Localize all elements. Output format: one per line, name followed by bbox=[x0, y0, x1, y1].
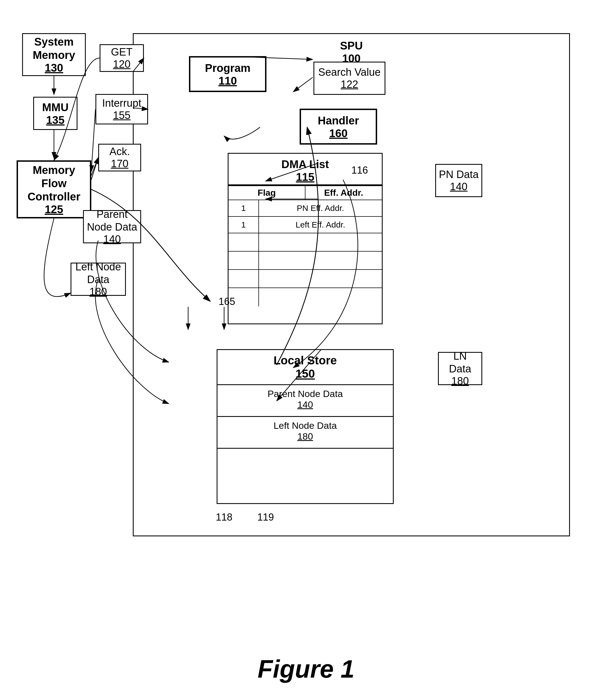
spu-box: SPU 100 Program 110 Search Value 122 Han… bbox=[133, 33, 570, 536]
search-value-label: Search Value bbox=[318, 66, 380, 79]
svg-line-4 bbox=[91, 109, 95, 171]
dma-cell-flag-2 bbox=[228, 233, 259, 251]
lnd-left-box: Left Node Data 180 bbox=[71, 263, 126, 296]
dma-table-header: Flag Eff. Addr. bbox=[228, 185, 382, 200]
ls-lnd-number: 180 bbox=[220, 431, 391, 442]
ack-label: Ack. bbox=[110, 145, 130, 158]
local-store-number: 150 bbox=[218, 367, 393, 381]
system-memory-label: System Memory bbox=[26, 35, 82, 62]
diagram-area: SPU 100 Program 110 Search Value 122 Han… bbox=[17, 17, 595, 625]
dma-col-flag: Flag bbox=[228, 186, 305, 200]
dma-row-3 bbox=[228, 252, 382, 270]
ls-section-0: Parent Node Data 140 bbox=[218, 384, 393, 413]
local-store-box: Local Store 150 Parent Node Data 140 Lef… bbox=[217, 349, 394, 504]
lnd-left-label: Left Node Data bbox=[74, 261, 122, 286]
program-number: 110 bbox=[219, 75, 237, 87]
spu-label: SPU bbox=[340, 40, 363, 52]
interrupt-box: Interrupt 155 bbox=[95, 94, 148, 125]
dma-cell-addr-5 bbox=[259, 288, 382, 306]
dma-row-0: 1 PN Eff. Addr. bbox=[228, 200, 382, 217]
lnd-left-number: 180 bbox=[89, 286, 107, 298]
ln-data-right-number: 180 bbox=[451, 375, 469, 387]
ls-pnd-number: 140 bbox=[220, 399, 391, 410]
pnd-left-number: 140 bbox=[103, 233, 121, 245]
search-value-box: Search Value 122 bbox=[314, 62, 386, 95]
pnd-left-label: Parent Node Data bbox=[87, 208, 138, 233]
ls-section-2 bbox=[218, 448, 393, 503]
label-118: 118 bbox=[216, 512, 233, 523]
interrupt-label: Interrupt bbox=[102, 97, 141, 110]
mmu-label: MMU bbox=[42, 101, 69, 114]
interrupt-number: 155 bbox=[113, 110, 130, 122]
pn-data-right-label: PN Data bbox=[439, 168, 479, 181]
ls-pnd-label: Parent Node Data bbox=[267, 388, 343, 399]
ls-section-1: Left Node Data 180 bbox=[218, 416, 393, 445]
program-box: Program 110 bbox=[189, 56, 266, 92]
dma-cell-addr-2 bbox=[259, 233, 382, 251]
mfc-number: 125 bbox=[45, 203, 64, 216]
handler-box: Handler 160 bbox=[300, 109, 377, 145]
svg-line-5 bbox=[91, 158, 98, 175]
dma-cell-addr-4 bbox=[259, 270, 382, 287]
handler-label: Handler bbox=[318, 114, 359, 127]
ls-lnd-label: Left Node Data bbox=[274, 420, 337, 431]
label-116: 116 bbox=[351, 165, 368, 176]
dma-cell-flag-1: 1 bbox=[228, 217, 259, 233]
dma-cell-addr-3 bbox=[259, 252, 382, 269]
dma-list-number: 115 bbox=[281, 171, 329, 183]
handler-number: 160 bbox=[329, 127, 348, 140]
ln-data-right-box: LN Data 180 bbox=[438, 352, 482, 385]
dma-cell-addr-1: Left Eff. Addr. bbox=[259, 217, 382, 233]
get-label: GET bbox=[111, 46, 133, 59]
ln-data-right-label: LN Data bbox=[442, 350, 479, 375]
dma-row-2 bbox=[228, 233, 382, 252]
dma-cell-flag-3 bbox=[228, 252, 259, 269]
local-store-label: Local Store bbox=[274, 354, 337, 367]
search-value-number: 122 bbox=[340, 78, 358, 90]
dma-row-5 bbox=[228, 288, 382, 306]
mfc-box: Memory Flow Controller 125 bbox=[17, 160, 91, 218]
dma-row-4 bbox=[228, 270, 382, 288]
dma-cell-flag-4 bbox=[228, 270, 259, 287]
label-119: 119 bbox=[257, 512, 274, 523]
program-label: Program bbox=[205, 61, 251, 75]
dma-row-1: 1 Left Eff. Addr. bbox=[228, 217, 382, 233]
mmu-number: 135 bbox=[46, 114, 65, 126]
dma-list-box: DMA List 115 Flag Eff. Addr. 1 PN Eff. A… bbox=[228, 153, 382, 324]
pn-data-right-box: PN Data 140 bbox=[435, 164, 482, 197]
dma-cell-addr-0: PN Eff. Addr. bbox=[259, 200, 382, 216]
pn-data-right-number: 140 bbox=[450, 181, 467, 193]
mfc-label: Memory Flow Controller bbox=[21, 163, 87, 203]
svg-line-6 bbox=[91, 158, 98, 180]
pnd-left-box: Parent Node Data 140 bbox=[83, 210, 141, 243]
dma-cell-flag-0: 1 bbox=[228, 200, 259, 216]
get-number: 120 bbox=[113, 58, 130, 70]
figure-caption: Figure 1 bbox=[258, 655, 354, 683]
ack-number: 170 bbox=[111, 158, 128, 170]
system-memory-number: 130 bbox=[45, 62, 64, 74]
dma-list-label: DMA List bbox=[281, 158, 329, 170]
dma-col-addr: Eff. Addr. bbox=[305, 186, 382, 200]
get-box: GET 120 bbox=[100, 44, 144, 72]
mmu-box: MMU 135 bbox=[33, 97, 78, 130]
ack-box: Ack. 170 bbox=[98, 144, 141, 171]
label-165: 165 bbox=[219, 296, 235, 308]
system-memory-box: System Memory 130 bbox=[22, 33, 86, 76]
